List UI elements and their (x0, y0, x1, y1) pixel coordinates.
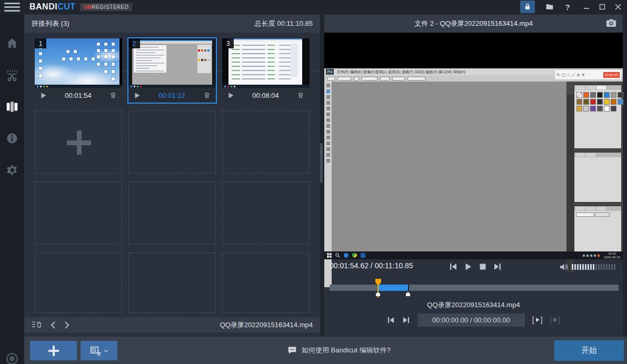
help-link[interactable]: 如何使用 Bandicut 编辑软件? (287, 337, 391, 364)
decor (611, 106, 616, 112)
decor (267, 57, 275, 58)
clip-card-1[interactable]: 1 00:01:54 (35, 38, 122, 103)
clip-card-2-selected[interactable]: 2 00:01:12 (128, 38, 216, 103)
clip-play-icon[interactable] (134, 92, 141, 99)
menu-hamburger-icon[interactable] (4, 3, 20, 12)
preview-mode-button[interactable]: p (81, 341, 117, 360)
decor (74, 50, 77, 53)
segment-time-input[interactable]: 00:00:00.00 / 00:00:00.00 (417, 314, 525, 327)
title-bar: BANDICUT UNREGISTERED ? (0, 0, 627, 14)
clip-duration: 00:08:04 (234, 92, 297, 99)
register-lock-button[interactable] (520, 1, 535, 13)
decor (590, 92, 596, 98)
decor (84, 57, 87, 60)
sidebar-cut-icon[interactable] (0, 65, 24, 86)
clip-trash-icon[interactable] (203, 92, 211, 99)
decor (242, 66, 265, 67)
clear-list-icon[interactable] (32, 321, 42, 329)
maximize-button[interactable] (595, 1, 610, 13)
skip-end-button[interactable] (493, 262, 502, 271)
timeline-selected-segment[interactable] (378, 285, 409, 291)
decor (242, 74, 265, 75)
skip-start-button[interactable] (449, 262, 457, 271)
question-icon: ? (565, 3, 570, 12)
sidebar-join-icon[interactable] (0, 96, 24, 117)
decor (279, 78, 291, 79)
empty-slot-add[interactable] (35, 110, 122, 174)
clip-trash-icon[interactable] (297, 92, 304, 99)
decor (279, 49, 291, 50)
volume-bar (611, 264, 613, 270)
decor (279, 70, 291, 71)
decor (267, 53, 275, 54)
speaker-icon (560, 263, 569, 271)
volume-bar (593, 264, 594, 270)
volume-bar (577, 264, 579, 270)
minimize-button[interactable] (579, 1, 594, 13)
bandicam-record-icon[interactable] (0, 348, 24, 364)
clip-number: 1 (35, 38, 46, 48)
add-file-button[interactable] (30, 341, 77, 360)
decor (611, 99, 616, 105)
clip-number: 3 (222, 38, 234, 48)
play-segment-button[interactable]: [] (532, 316, 543, 324)
chevron-right-icon[interactable] (64, 321, 69, 329)
decor (604, 99, 610, 105)
decor (279, 45, 291, 46)
volume-bar (582, 264, 584, 270)
bandicut-window: BANDICUT UNREGISTERED ? (0, 0, 627, 364)
decor (583, 92, 589, 98)
volume-bars[interactable] (572, 264, 615, 270)
segment-next-frame-button[interactable] (402, 316, 410, 324)
logo-text-accent: CUT (57, 2, 75, 11)
decor (576, 92, 582, 98)
help-link-text: 如何使用 Bandicut 编辑软件? (302, 346, 391, 355)
decor (104, 55, 107, 58)
volume-bar (606, 264, 608, 270)
decor (39, 59, 42, 63)
volume-control[interactable] (560, 263, 615, 271)
volume-bar (614, 264, 615, 270)
sidebar-info-icon[interactable] (0, 128, 24, 149)
segment-start-handle[interactable] (376, 292, 380, 296)
clip-play-icon[interactable] (227, 92, 234, 99)
snapshot-camera-icon[interactable] (606, 18, 616, 27)
splice-list-scrollbar[interactable] (320, 143, 323, 183)
browser-icon (344, 253, 349, 258)
video-viewport[interactable]: Ps 文件(F) 编辑(E) 图像(I) 图层(L) 选择(S) 滤镜(T) 3… (324, 33, 623, 258)
logo-text-primary: BANDI (29, 2, 57, 11)
open-folder-button[interactable] (542, 1, 557, 13)
pencil-icon: ✎ (556, 73, 560, 77)
clip-card-3[interactable]: 3 00:08:04 (222, 38, 310, 103)
selected-clip-filename: QQ录屏20220915163414.mp4 (220, 320, 313, 330)
clock-time: 16:32 (608, 252, 616, 255)
segment-end-handle[interactable] (406, 292, 410, 296)
clip-play-icon[interactable] (40, 92, 47, 99)
chevron-left-icon[interactable] (51, 321, 56, 329)
preview-filename: QQ录屏20220915163414.mp4 (324, 300, 623, 310)
help-button[interactable]: ? (560, 1, 575, 13)
recording-overlay-toolbar: ✎ ▢ ○ ／ A ✕ 00:00:00 (554, 69, 622, 80)
decor (97, 63, 100, 66)
sidebar-home-icon[interactable] (0, 33, 24, 54)
decor (576, 99, 582, 105)
play-button[interactable] (464, 262, 472, 271)
stop-button[interactable] (479, 262, 487, 271)
segment-prev-frame-button[interactable] (387, 316, 395, 324)
decor (62, 57, 65, 60)
clip-duration: 00:01:12 (141, 92, 203, 99)
close-button[interactable] (611, 1, 625, 13)
decor (242, 62, 265, 63)
decor (232, 49, 240, 50)
minimize-icon (583, 4, 590, 10)
volume-bar (585, 264, 586, 270)
clip-trash-icon[interactable] (110, 92, 117, 99)
stop-segment-button: [] (550, 316, 561, 324)
plus-icon (48, 346, 59, 356)
decor (112, 49, 115, 52)
volume-bar (601, 264, 602, 270)
sidebar-settings-gear-icon[interactable] (0, 159, 24, 180)
decor (112, 63, 115, 66)
start-button[interactable]: 开始 (554, 340, 624, 361)
timeline-track[interactable] (330, 285, 619, 291)
